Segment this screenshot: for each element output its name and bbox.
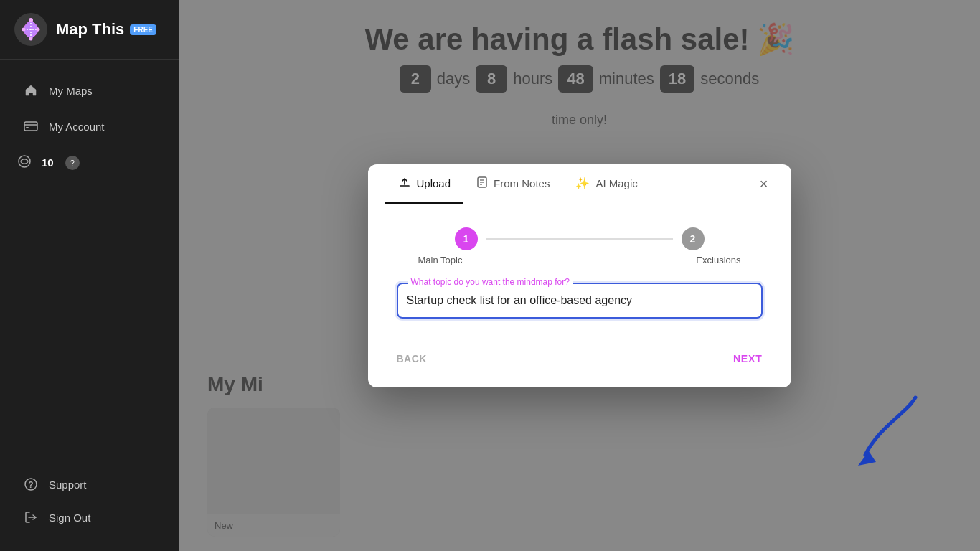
sidebar-item-support[interactable]: ? Support bbox=[6, 468, 173, 501]
overlay: Upload From Notes ✨ AI Mag bbox=[179, 0, 980, 551]
sign-out-label: Sign Out bbox=[49, 512, 90, 524]
svg-point-2 bbox=[29, 37, 33, 41]
tab-from-notes-label: From Notes bbox=[494, 177, 550, 189]
tab-upload-label: Upload bbox=[417, 177, 451, 189]
topic-input[interactable] bbox=[407, 290, 753, 310]
modal: Upload From Notes ✨ AI Mag bbox=[368, 164, 791, 387]
step-2-circle: 2 bbox=[682, 227, 705, 250]
sidebar-nav: My Maps My Account 10 ? bbox=[0, 60, 179, 456]
svg-point-4 bbox=[37, 28, 40, 32]
svg-point-9 bbox=[21, 159, 28, 164]
step-1-label: Main Topic bbox=[418, 255, 463, 265]
topic-input-wrapper: What topic do you want the mindmap for? bbox=[397, 283, 763, 319]
help-icon[interactable]: ? bbox=[65, 156, 80, 170]
upload-icon bbox=[398, 176, 411, 192]
modal-footer: BACK NEXT bbox=[368, 336, 791, 387]
tab-ai-magic[interactable]: ✨ AI Magic bbox=[562, 165, 650, 202]
step-1-col: 1 bbox=[455, 227, 478, 250]
modal-tabs: Upload From Notes ✨ AI Mag bbox=[368, 164, 791, 204]
credits-count: 10 bbox=[42, 156, 54, 169]
step-2-col: 2 bbox=[682, 227, 705, 250]
logo-icon bbox=[14, 13, 47, 46]
svg-point-3 bbox=[22, 28, 26, 32]
sidebar: Map This FREE My Maps My Account bbox=[0, 0, 179, 551]
support-label: Support bbox=[49, 479, 87, 491]
credits-icon bbox=[17, 154, 32, 171]
modal-body: 1 2 Main Topic Exclusions bbox=[368, 204, 791, 336]
sidebar-logo: Map This FREE bbox=[0, 0, 179, 60]
sidebar-item-my-account[interactable]: My Account bbox=[6, 110, 173, 143]
support-icon: ? bbox=[23, 476, 39, 492]
modal-close-button[interactable]: × bbox=[754, 171, 774, 197]
back-button[interactable]: BACK bbox=[397, 347, 427, 370]
tab-from-notes[interactable]: From Notes bbox=[463, 164, 562, 204]
sidebar-credits: 10 ? bbox=[0, 146, 179, 179]
tab-ai-magic-label: AI Magic bbox=[595, 177, 637, 189]
step-labels: Main Topic Exclusions bbox=[397, 250, 763, 265]
account-icon bbox=[23, 118, 39, 134]
my-account-label: My Account bbox=[49, 121, 105, 133]
sidebar-bottom: ? Support Sign Out bbox=[0, 456, 179, 551]
steps-row: 1 2 bbox=[397, 227, 763, 250]
sidebar-item-my-maps[interactable]: My Maps bbox=[6, 74, 173, 107]
my-maps-label: My Maps bbox=[49, 85, 93, 97]
ai-magic-icon: ✨ bbox=[575, 176, 590, 190]
next-button[interactable]: NEXT bbox=[733, 347, 763, 370]
step-line bbox=[486, 238, 673, 240]
svg-rect-5 bbox=[24, 122, 37, 131]
step-1-circle: 1 bbox=[455, 227, 478, 250]
step-2-label: Exclusions bbox=[696, 255, 740, 265]
notes-icon bbox=[476, 176, 488, 192]
input-label: What topic do you want the mindmap for? bbox=[408, 277, 573, 287]
steps-container: 1 2 Main Topic Exclusions bbox=[397, 227, 763, 265]
sidebar-item-sign-out[interactable]: Sign Out bbox=[6, 501, 173, 534]
svg-text:?: ? bbox=[28, 480, 33, 490]
sign-out-icon bbox=[23, 509, 39, 525]
main-content: We are having a flash sale! 🎉 2 days 8 h… bbox=[179, 0, 980, 551]
logo-text: Map This bbox=[56, 20, 124, 39]
svg-point-1 bbox=[29, 18, 33, 22]
home-icon bbox=[23, 83, 39, 98]
svg-rect-7 bbox=[26, 127, 29, 128]
free-badge: FREE bbox=[130, 24, 156, 35]
tab-upload[interactable]: Upload bbox=[385, 164, 464, 204]
